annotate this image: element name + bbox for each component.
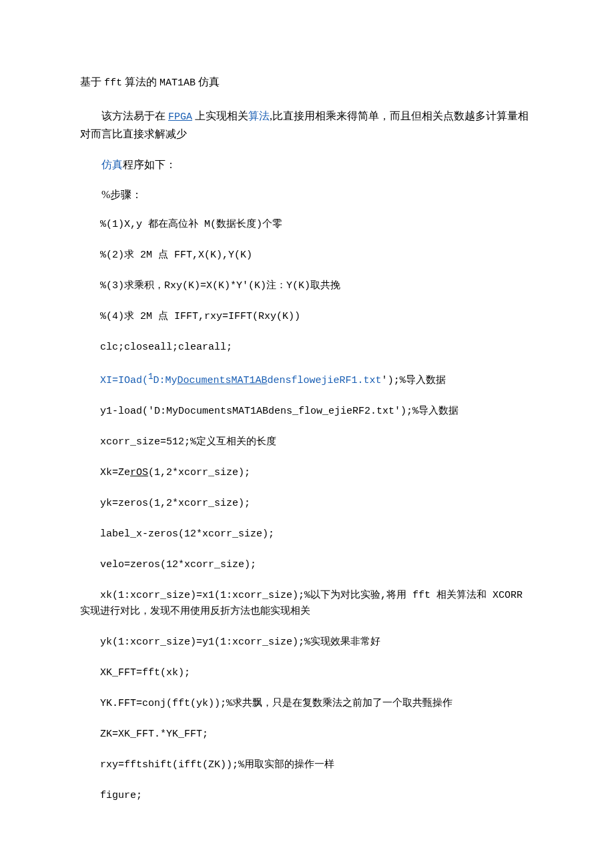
- steps-header: %步骤：: [80, 186, 534, 203]
- title-text-mid: 算法的: [122, 76, 160, 87]
- xk-c: (1,2*xcorr_size);: [148, 467, 250, 478]
- code-assign-yk: yk(1:xcorr_size)=y1(1:xcorr_size);%实现效果非…: [80, 634, 534, 650]
- step-3: %(3)求乘积，Rxy(K)=X(K)*Y'(K)注：Y(K)取共挽: [80, 278, 534, 294]
- xk-a: Xk=Ze: [100, 467, 130, 478]
- load1-g: ': [382, 375, 388, 386]
- load1-a: XI=IOad(: [100, 375, 148, 386]
- simulation-label-line: 仿真程序如下：: [80, 156, 534, 173]
- code-clc: clc;closeall;clearall;: [80, 340, 534, 356]
- intro-text-2: 上实现相关: [192, 110, 248, 121]
- code-figure: figure;: [80, 788, 534, 804]
- load1-e: MAT1AB: [232, 375, 268, 386]
- title-matlab: MAT1AB: [160, 77, 196, 89]
- code-xk-fft: XK_FFT=fft(xk);: [80, 665, 534, 681]
- code-yk-zeros: yk=zeros(1,2*xcorr_size);: [80, 496, 534, 512]
- load1-d: Documents: [178, 375, 232, 386]
- code-xk-zeros: Xk=ZerOS(1,2*xcorr_size);: [80, 465, 534, 481]
- load1-c: D:My: [154, 375, 178, 386]
- code-yk-fft: YK.FFT=conj(fft(yk));%求共飘，只是在复数乘法之前加了一个取…: [80, 696, 534, 712]
- algorithm-link[interactable]: 算法: [248, 110, 270, 121]
- step-1: %(1)X,y 都在高位补 M(数据长度)个零: [80, 217, 534, 233]
- code-load-x: XI=IOad(1D:MyDocumentsMAT1ABdensflowejie…: [80, 370, 534, 389]
- code-velo-zeros: velo=zeros(12*xcorr_size);: [80, 557, 534, 573]
- step-2: %(2)求 2M 点 FFT,X(K),Y(K): [80, 248, 534, 264]
- code-assign-xk: xk(1:xcorr_size)=x1(1:xcorr_size);%以下为对比…: [80, 588, 534, 620]
- title-text-prefix: 基于: [80, 76, 104, 87]
- document-page: 基于 fft 算法的 MAT1AB 仿真 该方法易于在 FPGA 上实现相关算法…: [0, 0, 614, 868]
- load1-f: densflowejieRF1.txt: [268, 375, 382, 386]
- simulation-link[interactable]: 仿真: [101, 159, 123, 170]
- intro-text-1: 该方法易于在: [101, 110, 168, 121]
- load1-h: );%导入数据: [388, 375, 446, 386]
- code-labelx-zeros: label_x-zeros(12*xcorr_size);: [80, 526, 534, 542]
- load1-sup: 1: [148, 372, 154, 382]
- document-title: 基于 fft 算法的 MAT1AB 仿真: [80, 73, 534, 91]
- simulation-suffix: 程序如下：: [123, 159, 176, 170]
- step-4: %(4)求 2M 点 IFFT,rxy=IFFT(Rxy(K)): [80, 309, 534, 325]
- fpga-link[interactable]: FPGA: [168, 111, 192, 123]
- code-rxy: rxy=fftshift(ifft(ZK));%用取实部的操作一样: [80, 757, 534, 773]
- intro-paragraph: 该方法易于在 FPGA 上实现相关算法,比直接用相乘来得简单，而且但相关点数越多…: [80, 107, 534, 143]
- title-fft: fft: [104, 77, 122, 89]
- code-load-y: y1-load('D:MyDocumentsMAT1ABdens_flow_ej…: [80, 404, 534, 420]
- code-zk: ZK=XK_FFT.*YK_FFT;: [80, 727, 534, 743]
- title-text-suffix: 仿真: [196, 76, 220, 87]
- code-xcorr-size: xcorr_size=512;%定义互相关的长度: [80, 434, 534, 450]
- xk-b: rOS: [130, 467, 148, 478]
